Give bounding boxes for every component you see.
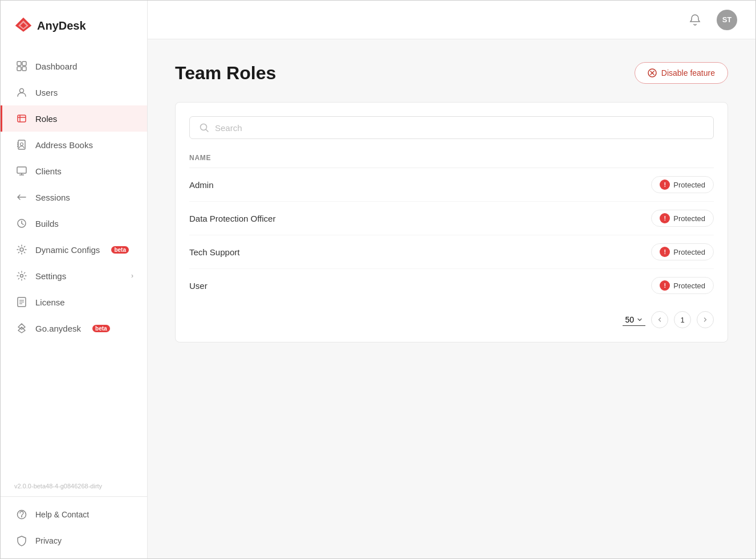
page-size-select[interactable]: 50 — [623, 314, 645, 326]
role-name: User — [189, 281, 208, 291]
license-icon — [16, 296, 27, 308]
app-name: AnyDesk — [37, 19, 86, 32]
sidebar-item-license[interactable]: License — [1, 289, 147, 315]
sidebar-item-dynamic-configs[interactable]: Dynamic Configs beta — [1, 236, 147, 263]
pagination-prev-button[interactable] — [651, 311, 668, 328]
protected-icon — [660, 179, 670, 190]
protected-icon — [660, 247, 670, 257]
sidebar-item-go-anydesk-label: Go.anydesk — [35, 324, 81, 333]
protected-badge: Protected — [651, 243, 714, 260]
roles-card: NAME Admin Protected Data Protection Off… — [175, 102, 728, 342]
sidebar-item-settings-label: Settings — [35, 271, 66, 281]
sidebar-bottom: Help & Contact Privacy — [1, 496, 147, 558]
roles-icon — [16, 113, 27, 124]
table-row[interactable]: User Protected — [189, 269, 714, 302]
protected-label: Protected — [673, 281, 705, 290]
sidebar-item-privacy[interactable]: Privacy — [1, 528, 147, 554]
chevron-right-icon — [702, 317, 708, 323]
svg-point-20 — [20, 248, 23, 251]
bell-icon — [688, 13, 702, 27]
role-name: Admin — [189, 180, 214, 190]
sidebar-item-builds[interactable]: Builds — [1, 210, 147, 236]
sidebar-item-privacy-label: Privacy — [35, 536, 62, 545]
sidebar-item-address-books-label: Address Books — [35, 140, 93, 150]
svg-line-33 — [206, 130, 209, 132]
table-header: NAME — [189, 150, 714, 168]
search-icon — [199, 123, 209, 133]
version-label: v2.0.0-beta48-4-g0846268-dirty — [1, 476, 147, 496]
svg-point-32 — [201, 124, 207, 130]
sidebar-item-dashboard-label: Dashboard — [35, 62, 77, 71]
svg-rect-16 — [17, 167, 26, 173]
search-input[interactable] — [215, 123, 704, 133]
disable-feature-button[interactable]: Disable feature — [635, 62, 728, 84]
search-bar[interactable] — [189, 116, 714, 139]
sidebar-item-users-label: Users — [35, 88, 58, 97]
sidebar-logo: AnyDesk — [1, 1, 147, 53]
sidebar: AnyDesk Dashboard — [1, 1, 148, 558]
table-row[interactable]: Admin Protected — [189, 168, 714, 202]
svg-rect-6 — [22, 67, 26, 71]
main-area: ST Team Roles Disable feature — [148, 1, 755, 558]
address-book-icon — [16, 139, 27, 150]
sidebar-item-clients[interactable]: Clients — [1, 158, 147, 184]
sidebar-item-builds-label: Builds — [35, 219, 59, 229]
protected-badge: Protected — [651, 277, 714, 294]
sidebar-item-users[interactable]: Users — [1, 79, 147, 105]
sidebar-item-roles-label: Roles — [35, 114, 57, 124]
dynamic-configs-icon — [16, 244, 27, 255]
sidebar-item-address-books[interactable]: Address Books — [1, 132, 147, 158]
sidebar-item-settings[interactable]: Settings › — [1, 263, 147, 289]
page-size-value: 50 — [625, 315, 634, 324]
svg-marker-26 — [18, 324, 25, 329]
disable-feature-label: Disable feature — [661, 68, 715, 77]
anydesk-logo-icon — [14, 17, 32, 35]
sidebar-item-sessions[interactable]: Sessions — [1, 184, 147, 210]
settings-icon — [16, 270, 27, 281]
protected-icon — [660, 280, 670, 291]
svg-rect-4 — [22, 62, 26, 66]
role-name: Data Protection Officer — [189, 214, 275, 223]
sidebar-item-help-label: Help & Contact — [35, 510, 89, 519]
main-content: Team Roles Disable feature — [148, 39, 755, 558]
sidebar-item-dashboard[interactable]: Dashboard — [1, 53, 147, 79]
table-row[interactable]: Tech Support Protected — [189, 235, 714, 269]
column-name-header: NAME — [189, 154, 211, 162]
svg-point-21 — [21, 275, 23, 278]
x-icon — [648, 68, 657, 77]
svg-rect-8 — [18, 115, 26, 122]
protected-icon — [660, 213, 670, 223]
svg-point-7 — [20, 89, 24, 93]
go-anydesk-icon — [16, 323, 27, 334]
role-name: Tech Support — [189, 247, 239, 257]
svg-rect-3 — [17, 62, 21, 66]
help-icon — [16, 509, 27, 520]
svg-point-12 — [21, 143, 23, 146]
pagination-next-button[interactable] — [697, 311, 714, 328]
sessions-icon — [16, 191, 27, 203]
page-header: Team Roles Disable feature — [175, 62, 728, 84]
notifications-button[interactable] — [685, 10, 705, 30]
pagination-current-page: 1 — [674, 311, 691, 328]
sidebar-item-sessions-label: Sessions — [35, 193, 70, 202]
sidebar-item-go-anydesk[interactable]: Go.anydesk beta — [1, 315, 147, 341]
sidebar-item-help[interactable]: Help & Contact — [1, 501, 147, 528]
go-anydesk-badge: beta — [92, 325, 110, 332]
page-title: Team Roles — [175, 63, 276, 84]
user-avatar[interactable]: ST — [717, 10, 737, 30]
table-row[interactable]: Data Protection Officer Protected — [189, 202, 714, 235]
dropdown-arrow-icon — [636, 316, 643, 323]
builds-icon — [16, 218, 27, 229]
sidebar-item-clients-label: Clients — [35, 166, 62, 176]
dynamic-configs-badge: beta — [111, 246, 129, 254]
dashboard-icon — [16, 60, 27, 72]
protected-label: Protected — [673, 248, 705, 256]
settings-chevron-icon: › — [131, 272, 133, 280]
table-body: Admin Protected Data Protection Officer … — [189, 168, 714, 302]
sidebar-item-roles[interactable]: Roles — [1, 105, 147, 132]
protected-badge: Protected — [651, 210, 714, 227]
sidebar-item-license-label: License — [35, 297, 65, 307]
protected-label: Protected — [673, 181, 705, 189]
top-bar: ST — [148, 1, 755, 39]
sidebar-nav: Dashboard Users — [1, 53, 147, 476]
